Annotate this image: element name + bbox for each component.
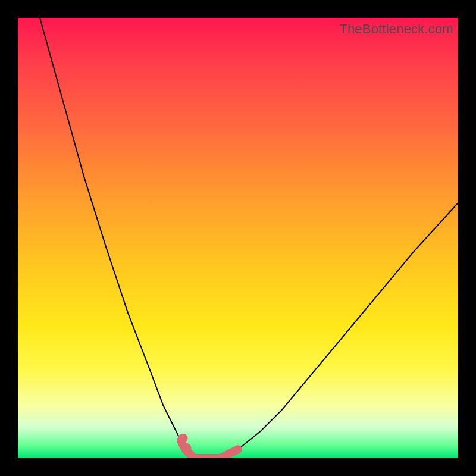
- bottleneck-curve: [40, 18, 458, 458]
- chart-area: TheBottleneck.com: [18, 18, 458, 458]
- bottleneck-plot: [18, 18, 458, 458]
- highlight-dot: [178, 434, 188, 443]
- highlight-dot: [181, 443, 191, 453]
